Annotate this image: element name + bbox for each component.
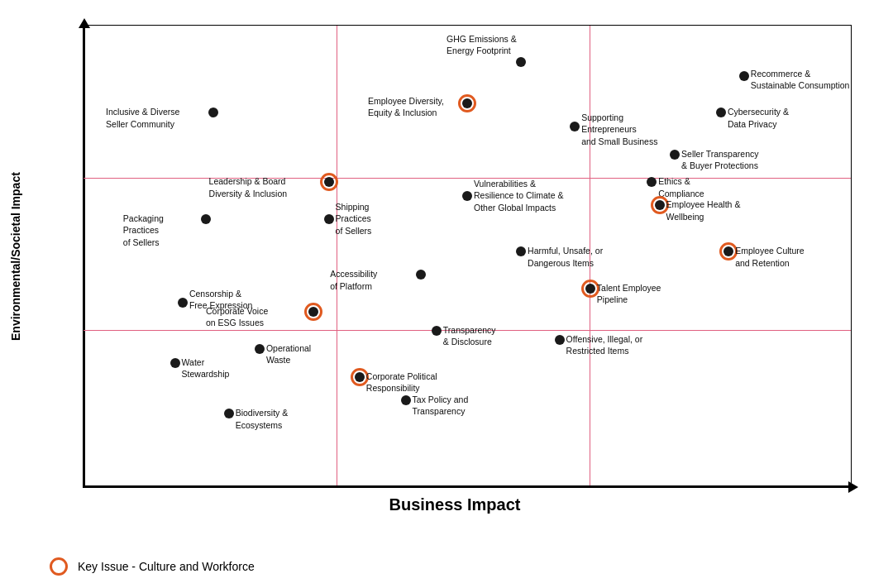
x-axis xyxy=(83,485,852,488)
point-tax-policy xyxy=(401,395,411,405)
label-talent: Talent Employee Pipeline xyxy=(597,282,661,305)
label-offensive: Offensive, Illegal, or Restricted Items xyxy=(566,333,643,356)
label-seller-community: Inclusive & Diverse Seller Community xyxy=(106,106,179,129)
label-leadership: Leadership & Board Diversity & Inclusion xyxy=(209,175,288,198)
label-water: Water Stewardship xyxy=(182,356,230,380)
label-recommerce: Recommerce & Sustainable Consumption xyxy=(751,68,850,91)
label-accessibility: Accessibility of Platform xyxy=(330,268,377,291)
point-biodiversity xyxy=(224,409,234,418)
point-leadership xyxy=(320,173,338,191)
label-vulnerabilities: Vulnerabilities & Resilience to Climate … xyxy=(474,178,564,213)
grid-v1 xyxy=(337,26,337,487)
point-shipping xyxy=(324,214,334,224)
point-employee-diversity xyxy=(458,94,476,112)
point-recommerce xyxy=(739,71,749,81)
point-corporate-voice xyxy=(304,303,322,321)
label-packaging: Packaging Practices of Sellers xyxy=(123,213,164,248)
label-transparency: Transparency & Disclosure xyxy=(443,324,496,347)
point-packaging xyxy=(201,214,211,224)
label-ghg: GHG Emissions & Energy Footprint xyxy=(446,33,517,56)
point-vulnerabilities xyxy=(462,191,472,201)
point-ethics xyxy=(647,177,657,187)
legend: Key Issue - Culture and Workforce xyxy=(50,557,255,576)
y-axis-label: Environmental/Societal Impact xyxy=(8,25,23,488)
chart-container: Environmental/Societal Impact Business I… xyxy=(50,17,860,529)
grid-h1 xyxy=(84,178,851,179)
label-corporate-voice: Corporate Voice on ESG Issues xyxy=(206,305,268,328)
label-tax-policy: Tax Policy and Transparency xyxy=(413,394,469,417)
point-supporting-entrepreneurs xyxy=(570,122,580,131)
point-ghg xyxy=(516,57,526,67)
point-seller-transparency xyxy=(670,150,680,160)
label-cybersecurity: Cybersecurity & Data Privacy xyxy=(728,106,789,129)
point-water xyxy=(170,358,180,368)
label-corporate-political: Corporate Political Responsibility xyxy=(366,370,437,394)
label-operational: Operational Waste xyxy=(266,342,311,366)
point-offensive xyxy=(555,335,565,345)
point-harmful xyxy=(516,246,526,256)
point-accessibility xyxy=(416,270,426,280)
label-biodiversity: Biodiversity & Ecosystems xyxy=(236,407,289,430)
point-operational xyxy=(255,344,265,354)
legend-label: Key Issue - Culture and Workforce xyxy=(78,560,255,573)
x-axis-label: Business Impact xyxy=(50,495,860,514)
label-employee-health: Employee Health & Wellbeing xyxy=(666,198,741,222)
point-seller-community xyxy=(208,108,218,117)
label-seller-transparency: Seller Transparency & Buyer Protections xyxy=(681,148,758,171)
label-employee-culture: Employee Culture and Retention xyxy=(735,245,804,268)
label-harmful: Harmful, Unsafe, or Dangerous Items xyxy=(528,245,603,268)
point-transparency xyxy=(432,326,442,336)
legend-ring-icon xyxy=(50,557,68,576)
label-shipping: Shipping Practices of Sellers xyxy=(336,201,372,237)
label-supporting-entrepreneurs: Supporting Entrepreneurs and Small Busin… xyxy=(581,112,657,147)
label-employee-diversity: Employee Diversity, Equity & Inclusion xyxy=(368,95,444,118)
point-cybersecurity xyxy=(716,108,726,117)
point-censorship xyxy=(178,298,188,308)
